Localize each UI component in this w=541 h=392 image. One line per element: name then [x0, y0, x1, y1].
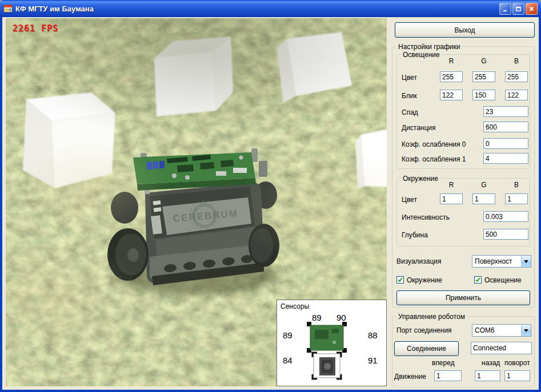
fps-counter: 2261 FPS — [13, 23, 58, 34]
ambient-header-r: R — [440, 181, 463, 189]
visualization-combobox[interactable]: Поверхност — [472, 255, 531, 268]
maximize-icon — [515, 6, 522, 12]
light-specular-r-input[interactable] — [440, 90, 463, 100]
exit-button[interactable]: Выход — [395, 22, 535, 38]
window-title: КФ МГТУ им Баумана — [15, 5, 496, 13]
port-value: COM6 — [472, 325, 521, 336]
connect-button[interactable]: Соединение — [394, 341, 459, 356]
visualization-dropdown-button[interactable] — [521, 256, 531, 267]
ambient-caption: Окружение — [401, 175, 440, 183]
lighting-header-g: G — [472, 57, 495, 65]
movement-forward-input[interactable] — [434, 370, 462, 381]
white-cube-top-center — [154, 37, 233, 116]
light-specular-label: Блик — [402, 92, 417, 100]
sensor-robot-diagram — [277, 300, 387, 386]
movement-label: Движение — [394, 373, 426, 381]
movement-back-input[interactable] — [475, 370, 500, 381]
light-color-g-input[interactable] — [472, 71, 495, 82]
ambient-header-b: B — [505, 181, 528, 189]
movement-turn-input[interactable] — [504, 370, 530, 381]
light-atten1-label: Коэф. ослабления 1 — [402, 155, 466, 163]
ambient-intensity-label: Интенсивность — [402, 213, 450, 221]
maximize-button[interactable] — [512, 3, 524, 15]
light-atten0-label: Коэф. ослабления 0 — [402, 140, 466, 148]
lighting-header-r: R — [440, 57, 463, 65]
back-label: назад — [482, 359, 500, 367]
white-cube-left — [23, 92, 115, 188]
app-icon — [3, 4, 13, 13]
lighting-caption: Освещение — [401, 51, 442, 59]
ambient-checkbox-label: Окружение — [407, 276, 442, 284]
minimize-icon — [502, 6, 508, 12]
apply-button[interactable]: Применить — [396, 290, 530, 305]
visualization-label: Визуализация — [396, 257, 442, 265]
ambient-header-g: G — [472, 181, 495, 189]
ambient-intensity-input[interactable] — [483, 211, 528, 222]
ambient-color-label: Цвет — [402, 196, 417, 204]
connection-status-field[interactable] — [471, 342, 532, 354]
ambient-depth-label: Глубина — [402, 231, 428, 239]
minimize-button[interactable] — [499, 3, 511, 15]
white-cube-right-edge — [355, 128, 387, 189]
light-color-label: Цвет — [402, 74, 417, 82]
lighting-header-b: B — [505, 57, 528, 65]
ambient-color-b-input[interactable] — [505, 193, 528, 204]
robot-control-caption: Управление роботом — [396, 313, 467, 321]
light-falloff-input[interactable] — [483, 106, 528, 117]
forward-label: вперед — [432, 359, 455, 367]
ambient-color-r-input[interactable] — [440, 193, 463, 204]
robot-pcb — [133, 152, 256, 191]
ambient-depth-input[interactable] — [483, 229, 528, 240]
lighting-checkbox-label: Освещение — [484, 276, 522, 284]
3d-viewport[interactable]: CEREBRUM — [6, 18, 387, 386]
app-window: КФ МГТУ им Баумана — [0, 0, 541, 392]
port-dropdown-button[interactable] — [521, 325, 531, 336]
titlebar[interactable]: КФ МГТУ им Баумана — [0, 0, 541, 17]
check-icon — [398, 277, 403, 282]
turn-label: поворот — [504, 359, 530, 367]
chevron-down-icon — [524, 329, 528, 332]
check-icon — [475, 277, 480, 282]
light-atten0-input[interactable] — [483, 138, 528, 149]
light-color-r-input[interactable] — [440, 71, 463, 82]
close-button[interactable] — [526, 3, 538, 15]
light-specular-g-input[interactable] — [472, 90, 495, 100]
light-distance-label: Дистанция — [402, 124, 436, 132]
light-color-b-input[interactable] — [505, 71, 528, 82]
graphics-settings-caption: Настройки графики — [396, 43, 462, 51]
sensors-panel: Сенсоры 89 90 89 88 84 91 — [276, 300, 387, 386]
port-label: Порт соединения — [396, 326, 452, 334]
lighting-checkbox[interactable] — [474, 276, 482, 284]
ambient-color-g-input[interactable] — [472, 193, 495, 204]
close-icon — [528, 6, 535, 12]
light-distance-input[interactable] — [483, 122, 528, 132]
light-falloff-label: Спад — [402, 108, 418, 116]
light-atten1-input[interactable] — [483, 153, 528, 164]
visualization-value: Поверхност — [472, 256, 521, 267]
port-combobox[interactable]: COM6 — [472, 324, 531, 337]
light-specular-b-input[interactable] — [505, 90, 528, 100]
chevron-down-icon — [524, 260, 528, 263]
ambient-checkbox[interactable] — [396, 276, 404, 284]
